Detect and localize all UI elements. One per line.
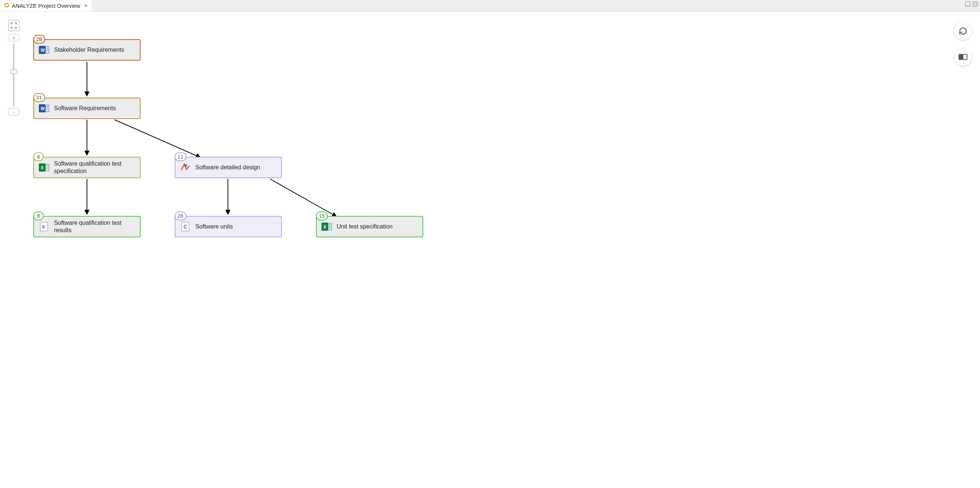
zoom-in-button[interactable]: +	[8, 34, 19, 41]
svg-rect-17	[46, 105, 49, 112]
zoom-out-button[interactable]: -	[8, 108, 19, 115]
svg-line-5	[115, 120, 200, 157]
svg-text:X: X	[42, 224, 45, 230]
node-label: Software qualification test results	[54, 219, 136, 234]
badge: 28	[175, 211, 186, 220]
svg-rect-33	[328, 223, 331, 230]
edges-layer	[0, 12, 980, 488]
svg-text:W: W	[41, 106, 45, 111]
tab-analyze-overview[interactable]: ANALYZE Project Overview ✕	[0, 0, 92, 11]
svg-text:X: X	[41, 165, 44, 170]
svg-rect-2	[960, 55, 963, 59]
badge: 15	[316, 211, 328, 220]
refresh-button[interactable]	[954, 22, 972, 40]
excel-icon: X	[38, 162, 49, 173]
svg-text:C: C	[183, 223, 187, 230]
badge: 31	[33, 93, 45, 102]
badge: 8	[33, 211, 44, 220]
node-sq-test-spec[interactable]: 8 X Software qualification test specific…	[33, 157, 141, 178]
matlab-icon	[180, 162, 191, 173]
zoom-thumb[interactable]	[10, 70, 18, 74]
node-sq-test-results[interactable]: 8 X Software qualification test results	[33, 216, 141, 237]
toggle-panel-button[interactable]	[954, 48, 972, 66]
svg-rect-11	[46, 47, 49, 53]
tab-title: ANALYZE Project Overview	[12, 3, 80, 9]
node-label: Software Requirements	[54, 105, 116, 112]
node-stakeholder-requirements[interactable]: 28 W Stakeholder Requirements	[33, 39, 141, 61]
svg-point-0	[5, 3, 8, 7]
app-icon	[4, 2, 10, 9]
node-label: Unit test specification	[337, 223, 393, 230]
zoom-rail[interactable]	[13, 43, 14, 106]
svg-line-8	[270, 179, 337, 217]
node-software-requirements[interactable]: 31 W Software Requirements	[33, 98, 141, 119]
fit-to-screen-button[interactable]	[8, 20, 19, 31]
svg-rect-23	[46, 164, 49, 171]
word-icon: W	[38, 103, 49, 114]
node-unit-test-spec[interactable]: 15 X Unit test specification	[316, 216, 423, 237]
close-icon[interactable]: ✕	[84, 3, 88, 8]
node-label: Software detailed design	[195, 164, 260, 171]
zoom-slider: + -	[8, 34, 19, 115]
tab-bar: ANALYZE Project Overview ✕	[0, 0, 980, 12]
node-software-units[interactable]: 28 C Software units	[175, 216, 282, 237]
c-file-icon: C	[180, 221, 191, 232]
badge: 8	[33, 152, 44, 161]
node-detailed-design[interactable]: 11 Software detailed design	[175, 157, 282, 178]
maximize-button[interactable]	[973, 2, 978, 7]
diagram-canvas[interactable]: + - 28	[0, 12, 980, 488]
node-label: Software units	[195, 223, 233, 230]
node-label: Stakeholder Requirements	[54, 46, 124, 54]
xml-file-icon: X	[38, 221, 49, 232]
minimize-button[interactable]	[965, 2, 970, 7]
word-icon: W	[38, 44, 49, 55]
svg-text:W: W	[41, 48, 45, 53]
badge: 11	[175, 152, 186, 161]
svg-text:X: X	[323, 224, 326, 230]
window-controls	[965, 2, 978, 7]
excel-icon: X	[321, 221, 332, 232]
badge: 28	[33, 35, 45, 44]
node-label: Software qualification test specificatio…	[54, 160, 136, 175]
